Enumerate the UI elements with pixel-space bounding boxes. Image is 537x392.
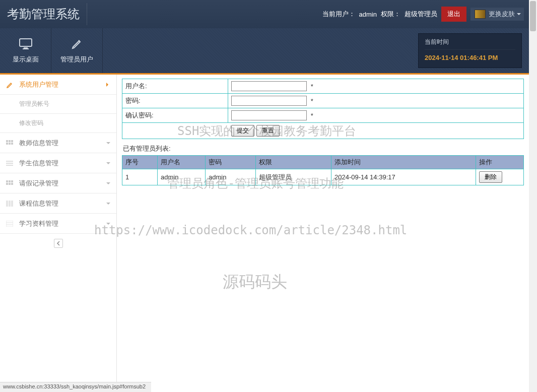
submit-button[interactable]: 提交 [231, 125, 254, 137]
main-content: 用户名: * 密码: * 确认密码: [117, 75, 529, 382]
svg-rect-7 [9, 143, 11, 145]
svg-rect-5 [11, 140, 13, 142]
required-star: * [311, 97, 313, 105]
svg-rect-15 [6, 183, 8, 185]
svg-rect-11 [6, 165, 13, 166]
sidebar-item-label: 学习资料管理 [19, 219, 58, 228]
columns-icon [6, 201, 14, 207]
svg-rect-14 [11, 180, 13, 182]
pencil-icon [71, 38, 83, 50]
cell-username: admin [158, 169, 206, 185]
svg-rect-13 [9, 180, 11, 182]
svg-rect-20 [11, 201, 13, 207]
sidebar-item-label: 学生信息管理 [19, 159, 58, 168]
username-input[interactable] [231, 81, 307, 91]
sidebar: 系统用户管理 管理员帐号 修改密码 教师信息管理 学生信息管理 请假记录管理 [0, 75, 117, 382]
chevron-down-icon [106, 182, 110, 186]
sidebar-item-label: 课程信息管理 [19, 199, 58, 208]
col-password: 密码 [206, 156, 256, 169]
svg-rect-6 [6, 143, 8, 145]
ribbon-item-label: 管理员用户 [60, 55, 93, 64]
col-perm: 权限 [256, 156, 331, 169]
sidebar-item-study-materials[interactable]: 学习资料管理 [0, 214, 116, 234]
table-header-row: 序号 用户名 密码 权限 添加时间 操作 [122, 156, 524, 169]
app-title: 考勤管理系统 [5, 3, 87, 25]
sidebar-item-leave-records[interactable]: 请假记录管理 [0, 173, 116, 193]
svg-rect-3 [6, 140, 8, 142]
logout-button[interactable]: 退出 [441, 7, 466, 22]
grid-icon [6, 140, 14, 146]
password-input[interactable] [231, 96, 307, 106]
chevron-down-icon [106, 203, 110, 207]
delete-button[interactable]: 删除 [479, 171, 502, 183]
chevron-down-icon [106, 142, 110, 146]
svg-rect-1 [24, 47, 28, 48]
sidebar-subitem-change-password[interactable]: 修改密码 [0, 114, 116, 133]
sidebar-item-student-info[interactable]: 学生信息管理 [0, 153, 116, 173]
vertical-scrollbar[interactable] [529, 0, 537, 392]
col-created: 添加时间 [331, 156, 476, 169]
sidebar-item-course-info[interactable]: 课程信息管理 [0, 193, 116, 214]
svg-rect-18 [6, 201, 8, 207]
svg-rect-17 [11, 183, 13, 185]
skin-switcher[interactable]: 更换皮肤 [471, 8, 524, 21]
ribbon-item-label: 显示桌面 [13, 55, 39, 64]
chevron-left-icon [54, 239, 63, 248]
skin-switcher-label: 更换皮肤 [489, 10, 515, 19]
cell-password: admin [206, 169, 256, 185]
sidebar-collapse-toggle[interactable] [0, 234, 116, 253]
confirm-password-label: 确认密码: [122, 108, 228, 123]
monitor-icon [19, 38, 33, 50]
sidebar-item-teacher-info[interactable]: 教师信息管理 [0, 133, 116, 153]
ribbon-item-desktop[interactable]: 显示桌面 [0, 28, 51, 73]
sidebar-item-label: 教师信息管理 [19, 139, 58, 148]
time-panel-value: 2024-11-14 01:46:41 PM [425, 50, 515, 61]
status-bar: www.csbishe.cn:33333/ssh_kaoqinsys/main.… [0, 382, 151, 392]
svg-rect-19 [9, 201, 11, 207]
col-index: 序号 [122, 156, 158, 169]
svg-rect-8 [11, 143, 13, 145]
perm-value: 超级管理员 [405, 10, 437, 19]
header-bar: 考勤管理系统 当前用户： admin 权限： 超级管理员 退出 更换皮肤 [0, 0, 529, 28]
svg-rect-21 [6, 221, 13, 227]
required-star: * [311, 112, 313, 119]
chevron-down-icon [106, 162, 110, 166]
reset-button[interactable]: 重置 [256, 125, 280, 137]
list-icon [6, 160, 14, 166]
sidebar-item-system-users[interactable]: 系统用户管理 [0, 75, 116, 95]
calendar-icon [6, 221, 14, 227]
current-user-label: 当前用户： [322, 10, 355, 19]
watermark-url: https://www.icodedock.com/article/2348.h… [94, 223, 407, 237]
svg-rect-0 [20, 39, 32, 46]
sidebar-item-label: 系统用户管理 [19, 80, 58, 89]
password-label: 密码: [122, 94, 228, 108]
required-star: * [311, 83, 313, 90]
confirm-password-input[interactable] [231, 110, 307, 120]
time-panel-title: 当前时间 [425, 38, 515, 50]
admin-list-title: 已有管理员列表: [123, 144, 524, 153]
cell-created: 2024-09-14 14:39:17 [331, 169, 476, 185]
scrollbar-thumb[interactable] [530, 1, 536, 31]
svg-rect-4 [9, 140, 11, 142]
table-row: 1 admin admin 超级管理员 2024-09-14 14:39:17 … [122, 169, 524, 185]
admin-form-table: 用户名: * 密码: * 确认密码: [122, 79, 524, 139]
ribbon-item-admin-user[interactable]: 管理员用户 [51, 28, 103, 73]
time-panel: 当前时间 2024-11-14 01:46:41 PM [418, 33, 522, 68]
cell-perm: 超级管理员 [256, 169, 331, 185]
perm-label: 权限： [381, 10, 400, 19]
svg-rect-2 [23, 48, 29, 49]
col-action: 操作 [476, 156, 524, 169]
current-user-value: admin [359, 11, 377, 18]
svg-rect-10 [6, 163, 13, 164]
status-bar-text: www.csbishe.cn:33333/ssh_kaoqinsys/main.… [3, 383, 146, 389]
sidebar-item-label: 请假记录管理 [19, 179, 58, 188]
pencil-small-icon [6, 82, 14, 88]
ribbon-bar: 显示桌面 管理员用户 当前时间 2024-11-14 01:46:41 PM [0, 28, 529, 75]
col-username: 用户名 [158, 156, 206, 169]
username-label: 用户名: [122, 79, 228, 94]
skin-icon [475, 10, 486, 19]
sidebar-subitem-admin-account[interactable]: 管理员帐号 [0, 95, 116, 114]
grid-icon [6, 180, 14, 186]
svg-rect-12 [6, 180, 8, 182]
svg-rect-16 [9, 183, 11, 185]
